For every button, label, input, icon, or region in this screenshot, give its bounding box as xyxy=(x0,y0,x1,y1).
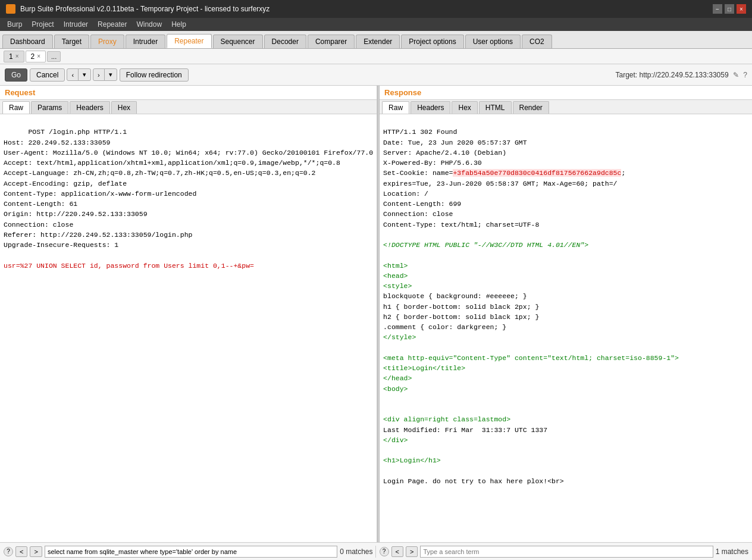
response-tab-html[interactable]: HTML xyxy=(479,101,512,114)
forward-nav-group: › ▾ xyxy=(93,68,117,81)
tab-dashboard[interactable]: Dashboard xyxy=(2,35,53,48)
response-tab-headers[interactable]: Headers xyxy=(411,101,450,114)
menu-intruder[interactable]: Intruder xyxy=(59,19,93,30)
follow-redirect-button[interactable]: Follow redirection xyxy=(120,68,189,82)
back-dropdown-button[interactable]: ▾ xyxy=(78,68,91,81)
close-button[interactable]: × xyxy=(737,4,746,14)
main-content: Request Raw Params Headers Hex POST /log… xyxy=(0,86,752,542)
request-search-input[interactable] xyxy=(45,546,337,558)
response-cookie-prefix: Set-Cookie: name= xyxy=(383,169,453,177)
back-button[interactable]: ‹ xyxy=(67,68,79,81)
response-css-content: blockquote { background: #eeeeee; } h1 {… xyxy=(383,292,539,331)
response-body[interactable]: HTTP/1.1 302 Found Date: Tue, 23 Jun 202… xyxy=(380,114,752,542)
response-lastmod: Last Modified: Fri Mar 31:33:7 UTC 1337 xyxy=(383,426,547,434)
request-search-help-icon[interactable]: ? xyxy=(4,547,13,556)
close-tab-2-icon[interactable]: × xyxy=(37,53,40,60)
tab-sequencer[interactable]: Sequencer xyxy=(213,35,263,48)
request-content-normal: POST /login.php HTTP/1.1 Host: 220.249.5… xyxy=(4,128,373,249)
window-title: Burp Suite Professional v2.0.11beta - Te… xyxy=(20,5,270,13)
tab-comparer[interactable]: Comparer xyxy=(308,35,355,48)
repeater-tab-2[interactable]: 2 × xyxy=(26,51,46,62)
request-sql-highlight: usr=%27 UNION SELECT id, password from U… xyxy=(4,262,254,270)
target-label: Target: http://220.249.52.133:33059 xyxy=(615,71,728,79)
tab-intruder[interactable]: Intruder xyxy=(126,35,165,48)
request-tab-params[interactable]: Params xyxy=(31,101,68,114)
cancel-button[interactable]: Cancel xyxy=(30,68,65,82)
tab-user-options[interactable]: User options xyxy=(465,35,521,48)
response-search-prev-button[interactable]: < xyxy=(391,546,403,557)
response-html-tag: <html> <head> <style> xyxy=(383,262,412,290)
response-tabs: Raw Headers Hex HTML Render xyxy=(380,100,752,114)
main-tab-bar: Dashboard Target Proxy Intruder Repeater… xyxy=(0,31,752,49)
response-search-matches: 1 matches xyxy=(716,548,748,556)
response-meta-tag: <meta http-equiv="Content-Type" content=… xyxy=(383,354,679,393)
target-help-icon[interactable]: ? xyxy=(743,71,747,79)
response-tab-hex[interactable]: Hex xyxy=(452,101,477,114)
response-style-close: </style> xyxy=(383,333,416,341)
request-tab-headers[interactable]: Headers xyxy=(70,101,109,114)
request-tabs: Raw Params Headers Hex xyxy=(0,100,377,114)
repeater-tab-bar: 1 × 2 × ... xyxy=(0,49,752,64)
tab-decoder[interactable]: Decoder xyxy=(264,35,306,48)
request-panel-header: Request xyxy=(0,86,377,100)
tab-target[interactable]: Target xyxy=(54,35,89,48)
request-tab-hex[interactable]: Hex xyxy=(111,101,137,114)
response-search-section: ? < > 1 matches xyxy=(375,546,749,558)
response-search-next-button[interactable]: > xyxy=(406,546,418,557)
forward-dropdown-button[interactable]: ▾ xyxy=(104,68,117,81)
response-div-close: </div> xyxy=(383,436,408,444)
response-tab-raw[interactable]: Raw xyxy=(382,101,409,114)
edit-target-icon[interactable]: ✎ xyxy=(733,71,739,79)
request-body[interactable]: POST /login.php HTTP/1.1 Host: 220.249.5… xyxy=(0,114,377,542)
menu-burp[interactable]: Burp xyxy=(2,19,27,30)
response-doctype: <!DOCTYPE HTML PUBLIC "-//W3C//DTD HTML … xyxy=(383,241,588,249)
response-div-tag: <div align=right class=lastmod> xyxy=(383,415,510,423)
menu-repeater[interactable]: Repeater xyxy=(93,19,131,30)
menu-help[interactable]: Help xyxy=(167,19,191,30)
target-info: Target: http://220.249.52.133:33059 ✎ ? xyxy=(615,71,747,79)
title-bar: Burp Suite Professional v2.0.11beta - Te… xyxy=(0,0,752,18)
menu-window[interactable]: Window xyxy=(131,19,167,30)
repeater-tab-1[interactable]: 1 × xyxy=(4,51,24,62)
request-search-next-button[interactable]: > xyxy=(30,546,42,557)
response-cookie-suffix: ; expires=Tue, 23-Jun-2020 05:58:37 GMT;… xyxy=(383,169,625,228)
request-tab-raw[interactable]: Raw xyxy=(2,101,30,114)
repeater-more-tabs[interactable]: ... xyxy=(47,51,61,62)
minimize-button[interactable]: − xyxy=(713,4,722,14)
forward-button[interactable]: › xyxy=(93,68,105,81)
tab-proxy[interactable]: Proxy xyxy=(90,35,124,48)
go-button[interactable]: Go xyxy=(5,68,27,82)
repeater-toolbar: Go Cancel ‹ ▾ › ▾ Follow redirection Tar… xyxy=(0,64,752,86)
request-search-section: ? < > 0 matches xyxy=(4,546,373,558)
menu-project[interactable]: Project xyxy=(27,19,58,30)
response-search-help-icon[interactable]: ? xyxy=(380,547,389,556)
response-search-input[interactable] xyxy=(420,546,713,558)
back-nav-group: ‹ ▾ xyxy=(67,68,91,81)
bottom-bar: ? < > 0 matches ? < > 1 matches xyxy=(0,542,752,560)
tab-extender[interactable]: Extender xyxy=(356,35,400,48)
window-controls: − □ × xyxy=(713,4,746,14)
request-search-matches: 0 matches xyxy=(340,548,372,556)
menu-bar: Burp Project Intruder Repeater Window He… xyxy=(0,18,752,31)
response-blank4: Login Page. do not try to hax here plox!… xyxy=(383,477,564,485)
close-tab-1-icon[interactable]: × xyxy=(15,53,19,60)
request-panel: Request Raw Params Headers Hex POST /log… xyxy=(0,86,377,542)
response-headers-text: HTTP/1.1 302 Found Date: Tue, 23 Jun 202… xyxy=(383,128,527,167)
tab-project-options[interactable]: Project options xyxy=(401,35,463,48)
response-tab-render[interactable]: Render xyxy=(513,101,549,114)
tab-repeater[interactable]: Repeater xyxy=(167,34,211,48)
response-panel-header: Response xyxy=(380,86,752,100)
response-panel: Response Raw Headers Hex HTML Render HTT… xyxy=(380,86,752,542)
response-h1-tag: <h1>Login</h1> xyxy=(383,456,441,464)
request-search-prev-button[interactable]: < xyxy=(15,546,27,557)
app-icon xyxy=(6,4,15,14)
maximize-button[interactable]: □ xyxy=(725,4,734,14)
tab-co2[interactable]: CO2 xyxy=(522,35,552,48)
response-cookie-value: +3fab54a50e770d830c0416df817567662a9dc85… xyxy=(453,169,621,177)
